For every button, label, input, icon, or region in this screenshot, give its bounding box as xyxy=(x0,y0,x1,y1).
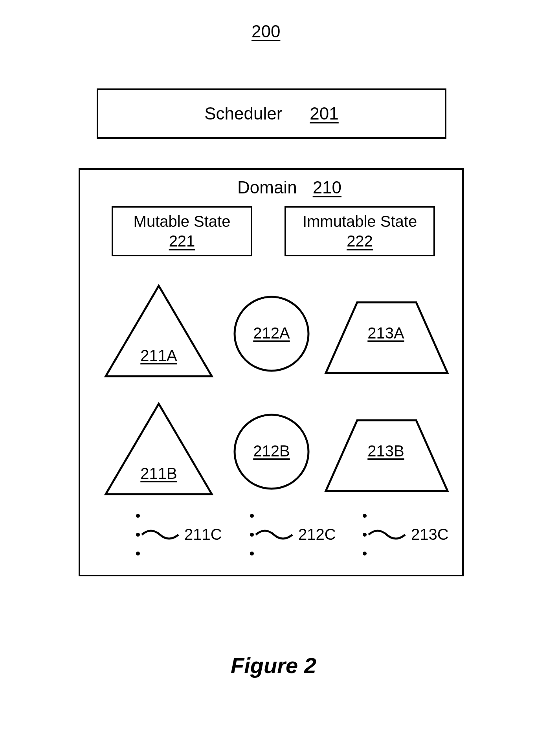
svg-point-14 xyxy=(363,552,367,556)
triangle-a-label: 211A xyxy=(135,347,182,364)
immutable-state-label: Immutable State xyxy=(303,212,417,231)
scheduler-box: Scheduler 201 xyxy=(97,88,446,139)
domain-ref: 210 xyxy=(313,178,341,197)
triangle-b-label: 211B xyxy=(135,465,182,482)
svg-point-12 xyxy=(363,514,367,518)
svg-point-11 xyxy=(250,552,254,556)
triangle-c-label: 211C xyxy=(184,526,222,543)
svg-point-8 xyxy=(136,552,140,556)
trapezoid-b-label: 213B xyxy=(362,442,409,460)
svg-point-13 xyxy=(363,533,367,537)
svg-point-9 xyxy=(250,514,254,518)
figure-number: 200 xyxy=(251,22,280,41)
domain-title: Domain 210 xyxy=(237,178,341,197)
diagram-page: 200 Scheduler 201 Domain 210 Mutable Sta… xyxy=(0,0,547,756)
immutable-state-ref: 222 xyxy=(347,231,373,251)
scheduler-ref: 201 xyxy=(310,104,338,123)
mutable-state-ref: 221 xyxy=(169,231,195,251)
domain-label: Domain xyxy=(237,178,297,197)
circle-c-label: 212C xyxy=(298,526,336,543)
domain-box: Domain 210 Mutable State 221 Immutable S… xyxy=(79,168,464,576)
mutable-state-box: Mutable State 221 xyxy=(112,206,252,256)
trapezoid-a-label: 213A xyxy=(362,324,409,342)
svg-point-7 xyxy=(136,533,140,537)
svg-point-10 xyxy=(250,533,254,537)
circle-b-label: 212B xyxy=(248,442,295,460)
trapezoid-c-label: 213C xyxy=(411,526,449,543)
circle-a-label: 212A xyxy=(248,324,295,342)
immutable-state-box: Immutable State 222 xyxy=(285,206,435,256)
continuation-icon xyxy=(360,511,407,558)
continuation-icon xyxy=(133,511,180,558)
mutable-state-label: Mutable State xyxy=(134,212,231,231)
svg-point-6 xyxy=(136,514,140,518)
continuation-icon xyxy=(247,511,294,558)
scheduler-label: Scheduler xyxy=(204,104,282,123)
figure-caption: Figure 2 xyxy=(0,653,547,678)
